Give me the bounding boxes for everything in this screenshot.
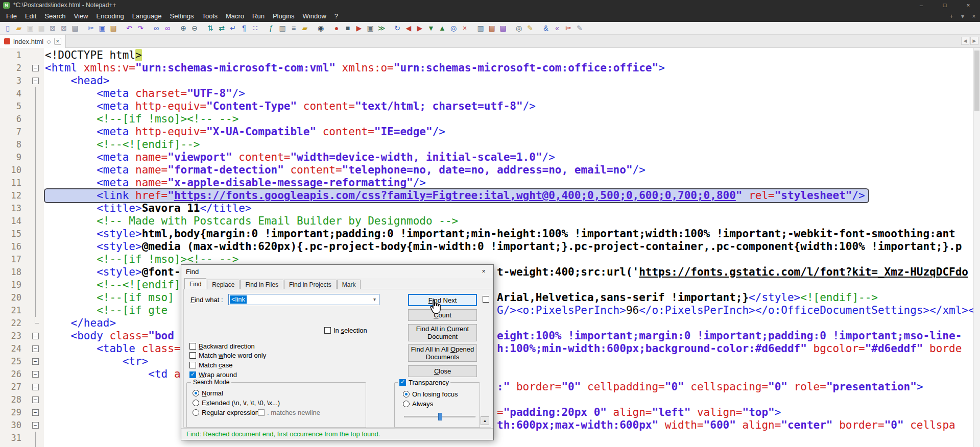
menu-view[interactable]: View [70,10,92,22]
code-line-3[interactable]: <head> [45,74,109,87]
new-file-icon[interactable]: ▯ [3,23,13,33]
indent-guide-icon[interactable]: ∷ [250,23,260,33]
menu-language[interactable]: Language [128,10,166,22]
menu-tools[interactable]: Tools [198,10,222,22]
save-macro-icon[interactable]: ▣ [365,23,375,33]
function-list-icon[interactable]: ƒ [266,23,276,33]
bookmark-prev-icon[interactable]: ◀ [403,23,414,33]
close-icon[interactable]: × [970,13,978,20]
ampersand-icon[interactable]: & [541,23,551,33]
dialog-tab-find-in-projects[interactable]: Find in Projects [284,280,337,290]
code-line-7[interactable]: <meta http-equiv="X-UA-Compatible" conte… [45,126,445,138]
tab-scroll-right-icon[interactable]: ▶ [970,37,978,45]
fold-marker[interactable]: − [28,419,43,432]
stop-recording-icon[interactable]: ■ [343,23,353,33]
match-whole-word-checkbox[interactable]: Match whole word only [189,352,266,359]
tab-close-icon[interactable]: ✕ [54,38,61,45]
bookmark-next-icon[interactable]: ▶ [415,23,425,33]
view-file-icon[interactable]: ◎ [514,23,524,33]
wrap-around-checkbox[interactable]: Wrap around [189,371,237,379]
edit-pencil-icon[interactable]: ✎ [525,23,535,33]
find-next-button[interactable]: Find Next [408,294,477,306]
tab-index-html[interactable]: index.html ◇ ✕ [0,35,66,48]
always-radio[interactable]: Always [403,400,433,408]
dialog-tab-find[interactable]: Find [184,278,206,289]
replace-icon[interactable]: ∞ [162,23,173,33]
code-line-15[interactable]: <style>html,body{margin:0 !important;pad… [45,228,955,240]
run-macro-multiple-icon[interactable]: ≫ [376,23,387,33]
fold-marker[interactable]: − [28,330,43,342]
dialog-close-icon[interactable]: × [476,266,491,277]
jump-down-icon[interactable]: ▼ [426,23,436,33]
export-html-icon[interactable]: ▤ [487,23,497,33]
code-line-13[interactable]: <title>Savora 11</title> [45,202,252,215]
monitoring-icon[interactable]: ◉ [316,23,326,33]
dialog-tab-mark[interactable]: Mark [337,280,361,290]
code-line-18[interactable]: <style>@font-t-weight:400;src:url('https… [45,266,181,279]
find-what-input[interactable]: <link ▾ [228,294,379,305]
fold-marker[interactable]: − [28,342,43,355]
zoom-out-icon[interactable]: ⊖ [189,23,200,33]
sync-vertical-scroll-icon[interactable]: ⇅ [205,23,216,33]
target-icon[interactable]: ◎ [448,23,459,33]
code-line-10[interactable]: <meta name="format-detection" content="t… [45,164,646,177]
on-losing-focus-radio[interactable]: On losing focus [403,390,458,398]
chevron-down-icon[interactable]: ▾ [959,13,967,20]
backward-direction-checkbox[interactable]: Backward direction [189,342,255,350]
cut-icon[interactable]: ✂ [86,23,96,33]
print-icon[interactable]: ▤ [70,23,80,33]
search-mode-normal-radio[interactable]: Normal [193,389,223,397]
code-line-1[interactable]: <!DOCTYPE html> [45,49,142,62]
collapse-dialog-button[interactable]: ▴ [481,416,489,425]
menu-settings[interactable]: Settings [166,10,198,22]
insert-left-icon[interactable]: « [552,23,562,33]
open-file-icon[interactable]: ▰ [14,23,24,33]
title-bar[interactable]: N *C:\Postcards\index.html - Notepad++ –… [0,0,980,10]
count-button[interactable]: Count [408,309,477,321]
folder-as-workspace-icon[interactable]: ▰ [300,23,310,33]
code-line-26[interactable]: <td a [45,368,181,381]
find-all-opened-button[interactable]: Find All in All Opened Documents [408,344,477,362]
fold-marker[interactable]: − [28,368,43,381]
close-file-icon[interactable]: ⊠ [47,23,58,33]
undo-icon[interactable]: ↶ [124,23,134,33]
code-line-20[interactable]: <!--[if mso]Arial,Helvetica,sans-serif !… [45,291,174,304]
match-case-checkbox[interactable]: Match case [189,361,232,369]
code-line-25[interactable]: <tr> [45,355,148,368]
code-line-21[interactable]: <!--[if gteG/><o:PixelsPerInch>96</o:Pix… [45,304,168,317]
fold-marker[interactable]: − [28,355,43,368]
code-line-9[interactable]: <meta name="viewport" content="width=dev… [45,151,555,164]
document-list-icon[interactable]: ≡ [289,23,299,33]
code-line-12[interactable]: <link href="https://fonts.googleapis.com… [45,189,868,202]
plus-icon[interactable]: + [947,13,955,20]
menu-plugins[interactable]: Plugins [269,10,299,22]
code-line-22[interactable]: </head> [45,317,116,330]
find-dialog-titlebar[interactable]: Find × [181,265,493,278]
close-all-icon[interactable]: ⊠ [59,23,69,33]
dialog-tab-replace[interactable]: Replace [207,280,240,290]
export-rtf-icon[interactable]: ▤ [498,23,508,33]
find-dialog[interactable]: Find × FindReplaceFind in FilesFind in P… [181,264,494,440]
close-button[interactable]: Close [408,365,477,377]
copy-icon[interactable]: ▣ [97,23,107,33]
menu-macro[interactable]: Macro [222,10,248,22]
document-map-icon[interactable]: ▥ [277,23,288,33]
doc-compare-icon[interactable]: ▥ [475,23,486,33]
search-mode-extended-radio[interactable]: Extended (\n, \r, \t, \0, \x...) [193,399,280,407]
close-button[interactable]: × [957,0,980,10]
maximize-button[interactable]: □ [933,0,957,10]
menu-search[interactable]: Search [40,10,69,22]
search-mode-regex-radio[interactable]: Regular expression [193,409,259,416]
menu-[interactable]: ? [330,10,342,22]
menu-edit[interactable]: Edit [21,10,40,22]
show-all-characters-icon[interactable]: ¶ [239,23,249,33]
in-selection-checkbox[interactable]: In selection [324,327,367,334]
fold-marker[interactable]: − [28,74,43,87]
code-line-23[interactable]: <body class="bodeight:100% !important;ma… [45,330,174,342]
code-line-11[interactable]: <meta name="x-apple-disable-message-refo… [45,177,426,189]
pin-icon[interactable]: ◇ [46,38,51,45]
vertical-scrollbar[interactable] [973,48,980,447]
refresh-icon[interactable]: ↻ [392,23,402,33]
sync-horizontal-scroll-icon[interactable]: ⇄ [217,23,227,33]
record-macro-icon[interactable]: ● [331,23,342,33]
